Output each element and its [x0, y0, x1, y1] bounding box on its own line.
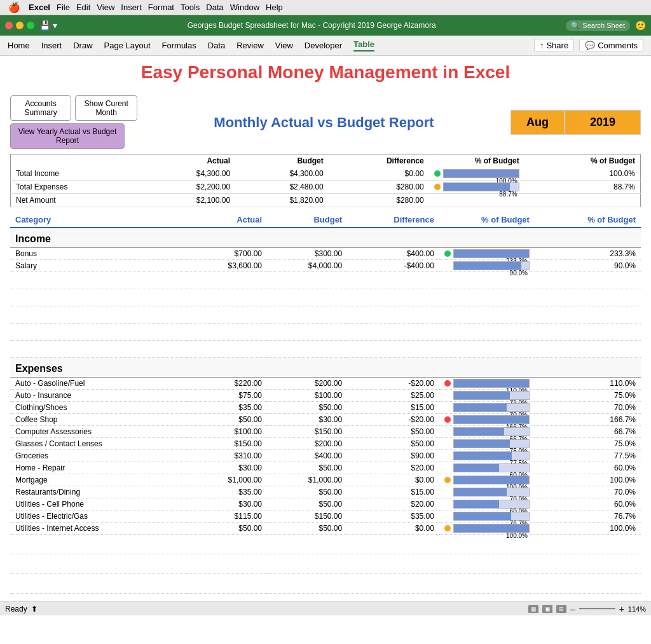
- cat-budget: $400.00: [267, 450, 347, 462]
- summary-col-budget: Budget: [235, 154, 329, 168]
- menu-help[interactable]: Help: [266, 3, 283, 12]
- close-button[interactable]: [5, 22, 13, 29]
- summary-row: Total Expenses $2,200.00 $2,480.00 $280.…: [11, 181, 641, 194]
- apple-menu[interactable]: 🍎: [8, 2, 20, 13]
- tab-data[interactable]: Data: [208, 41, 225, 50]
- cat-col-diff: Difference: [347, 212, 439, 228]
- cat-diff: $0.00: [347, 474, 439, 486]
- progress-bar: 70.0%: [453, 403, 530, 412]
- menu-window[interactable]: Window: [230, 3, 259, 12]
- bar-background: 66.7%: [453, 427, 530, 436]
- bar-fill: [444, 170, 519, 177]
- menu-edit[interactable]: Edit: [76, 3, 90, 12]
- cat-actual: $100.00: [187, 426, 267, 438]
- cat-pct-num: 100.0%: [535, 474, 641, 486]
- tab-table[interactable]: Table: [353, 39, 374, 51]
- progress-bar: 76.7%: [453, 512, 530, 521]
- expense-bar-cell: 60.0%: [439, 462, 535, 474]
- bar-background: 110.0%: [453, 379, 530, 388]
- summary-budget: $4,300.00: [235, 167, 329, 181]
- expense-row: Groceries $310.00 $400.00 $90.00 77.5% 7…: [10, 450, 641, 462]
- ribbon: Home Insert Draw Page Layout Formulas Da…: [0, 36, 651, 56]
- search-icon: 🔍: [571, 22, 580, 30]
- progress-bar: 90.0%: [453, 261, 530, 270]
- layout-view-icon[interactable]: ⊞: [556, 605, 566, 613]
- empty-row: [10, 272, 641, 289]
- progress-bar: 60.0%: [453, 463, 530, 472]
- expense-row: Glasses / Contact Lenses $150.00 $200.00…: [10, 438, 641, 450]
- search-box[interactable]: 🔍 Search Sheet: [566, 20, 630, 31]
- summary-label: Net Amount: [11, 194, 142, 207]
- page-view-icon[interactable]: ▣: [542, 605, 552, 613]
- zoom-minus[interactable]: –: [570, 604, 575, 614]
- cat-diff: $50.00: [347, 438, 439, 450]
- progress-bar: 100.0%: [453, 476, 530, 484]
- tab-insert[interactable]: Insert: [41, 41, 62, 50]
- tab-developer[interactable]: Developer: [305, 41, 342, 50]
- cat-budget: $50.00: [267, 523, 347, 535]
- accounts-summary-button[interactable]: Accounts Summary: [10, 95, 71, 121]
- zoom-slider[interactable]: ────────: [579, 605, 615, 612]
- bar-background: 88.7%: [443, 182, 519, 191]
- minimize-button[interactable]: [16, 22, 24, 29]
- expense-row: Coffee Shop $50.00 $30.00 -$20.00 166.7%…: [10, 414, 641, 426]
- menu-tools[interactable]: Tools: [181, 3, 200, 12]
- zoom-plus[interactable]: +: [619, 604, 624, 614]
- menu-view[interactable]: View: [97, 3, 114, 12]
- bar-background: 90.0%: [453, 261, 530, 270]
- expense-row: Home - Repair $30.00 $50.00 $20.00 60.0%…: [10, 462, 641, 474]
- cat-col-pct-bar: % of Budget: [439, 212, 535, 228]
- expense-row: Computer Assessories $100.00 $150.00 $50…: [10, 426, 641, 438]
- grid-view-icon[interactable]: ▦: [528, 605, 538, 613]
- share-button[interactable]: ↑ Share: [534, 39, 574, 52]
- cat-label: Clothing/Shoes: [10, 402, 187, 414]
- tab-home[interactable]: Home: [8, 41, 30, 50]
- menu-excel[interactable]: Excel: [29, 3, 50, 12]
- cat-budget: $100.00: [267, 390, 347, 402]
- expense-row: Clothing/Shoes $35.00 $50.00 $15.00 70.0…: [10, 402, 641, 414]
- cat-budget: $150.00: [267, 426, 347, 438]
- share-icon: ↑: [540, 41, 544, 50]
- summary-label: Total Income: [11, 167, 142, 181]
- bar-background: 77.5%: [453, 451, 530, 460]
- expense-bar-cell: 110.0%: [439, 378, 535, 390]
- menu-format[interactable]: Format: [148, 3, 174, 12]
- expense-bar-cell: 100.0%: [439, 474, 535, 486]
- cat-pct-num: 90.0%: [535, 260, 641, 272]
- save-icon[interactable]: 💾 ▾: [39, 20, 57, 31]
- comments-button[interactable]: 💬 Comments: [579, 39, 643, 52]
- bar-fill: [454, 404, 507, 411]
- month-display[interactable]: Aug: [511, 110, 565, 135]
- menu-data[interactable]: Data: [206, 3, 223, 12]
- bar-fill: [454, 416, 529, 423]
- cat-pct-num: 60.0%: [535, 498, 641, 510]
- tab-formulas[interactable]: Formulas: [162, 41, 196, 50]
- cat-label: Auto - Gasoline/Fuel: [10, 378, 187, 390]
- bar-fill: [454, 380, 529, 387]
- window-title: Georges Budget Spreadsheet for Mac - Cop…: [57, 21, 566, 30]
- expense-row: Auto - Gasoline/Fuel $220.00 $200.00 -$2…: [10, 378, 641, 390]
- cat-label: Bonus: [10, 248, 187, 260]
- year-display[interactable]: 2019: [565, 110, 641, 135]
- tab-review[interactable]: Review: [236, 41, 264, 50]
- view-yearly-button[interactable]: View Yearly Actual vs Budget Report: [10, 123, 125, 149]
- maximize-button[interactable]: [27, 22, 34, 29]
- smiley-icon[interactable]: 🙂: [635, 20, 646, 31]
- tab-draw[interactable]: Draw: [73, 41, 92, 50]
- menu-file[interactable]: File: [57, 3, 70, 12]
- cat-budget: $50.00: [267, 402, 347, 414]
- bar-pct-text: 88.7%: [499, 191, 517, 198]
- menu-insert[interactable]: Insert: [121, 3, 142, 12]
- cat-label: Computer Assessories: [10, 426, 187, 438]
- show-current-month-button[interactable]: Show Curent Month: [75, 95, 137, 121]
- bar-fill: [454, 524, 529, 532]
- cat-actual: $75.00: [187, 390, 267, 402]
- bar-fill: [454, 262, 521, 270]
- cat-label: Salary: [10, 260, 187, 272]
- tab-page-layout[interactable]: Page Layout: [104, 41, 151, 50]
- status-bar: Ready ⬆ ▦ ▣ ⊞ – ──────── + 114%: [0, 601, 651, 615]
- status-dot-red: [444, 416, 451, 423]
- tab-view[interactable]: View: [275, 41, 293, 50]
- progress-bar: 77.5%: [453, 451, 530, 460]
- left-button-group: Accounts Summary Show Curent Month View …: [10, 95, 137, 149]
